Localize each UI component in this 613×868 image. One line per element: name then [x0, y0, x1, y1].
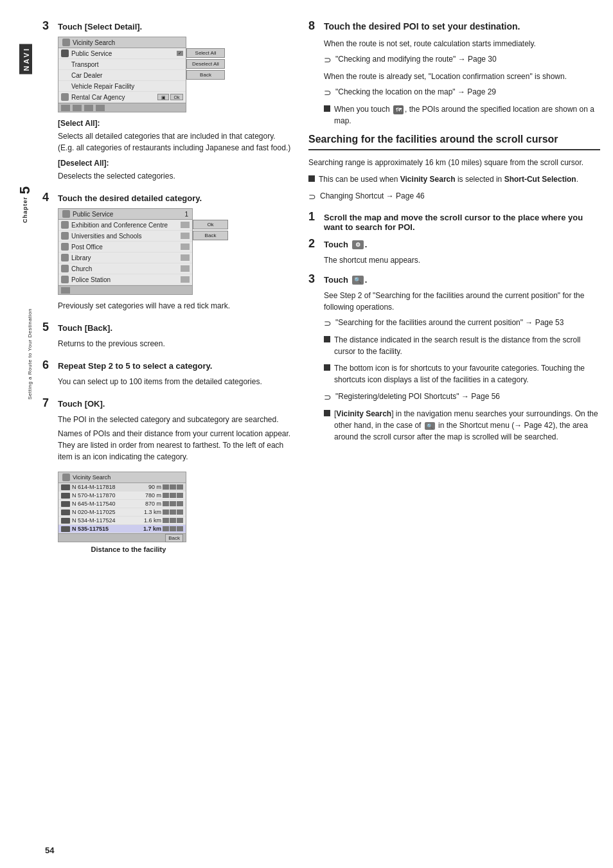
- deselect-all-desc: Deselects the selected categories.: [58, 172, 175, 181]
- step4-number: 4: [42, 191, 54, 204]
- step7-col-a-2: [163, 493, 169, 498]
- step8-bullet-sq-1: [324, 105, 330, 112]
- ok-btn-4[interactable]: Ok: [193, 220, 228, 229]
- right-step3-bullet3-text: [Vicinity Search] in the navigation menu…: [334, 408, 600, 443]
- step7-row-2: N 570-M-117870 780 m: [58, 492, 186, 500]
- right-step1-number: 1: [308, 210, 320, 224]
- section-heading: Searching for the facilities around the …: [308, 133, 600, 150]
- right-step3-bullet1: The distance indicated in the search res…: [324, 334, 600, 357]
- step5-title: Touch [Back].: [58, 323, 112, 333]
- map-icon: 🗺: [393, 105, 404, 114]
- step7-col-c-2: [177, 493, 183, 498]
- deselect-all-btn[interactable]: Deselect All: [186, 59, 225, 69]
- step4-tb-1: [61, 287, 70, 294]
- step4-row-action-3: [181, 244, 190, 250]
- step7-title: Touch [OK].: [58, 399, 105, 409]
- step4-row-3: Post Office: [58, 242, 192, 252]
- step8-desc2: When the route is already set, "Location…: [324, 71, 600, 82]
- step8-arrow2: ⊃ "Checking the location on the map" → P…: [324, 86, 600, 100]
- select-all-btn[interactable]: Select All: [186, 48, 225, 58]
- right-step3-arrow2: ⊃ "Registering/deleting POI Shortcuts" →…: [324, 391, 600, 404]
- step4-row-icon-5: [61, 265, 69, 272]
- step4-heading: 4 Touch the desired detailed category.: [42, 191, 293, 204]
- step4-toolbar: [58, 285, 192, 294]
- step4-buttons: Ok Back: [193, 220, 228, 240]
- right-step3-heading: 3 Touch 🔍.: [308, 272, 600, 286]
- step3-buttons: Select All Deselect All Back: [186, 48, 225, 80]
- step7-row-icon-6: [61, 526, 70, 532]
- step7-col-b-3: [170, 501, 176, 506]
- right-step2-content: The shortcut menu appears.: [324, 254, 600, 266]
- step7-col-c-5: [177, 518, 183, 523]
- chapter-label: Chapter: [22, 197, 28, 223]
- step7-row-1: N 614-M-117818 90 m: [58, 483, 186, 492]
- step4-row-icon-6: [61, 276, 69, 283]
- step6-heading: 6 Repeat Step 2 to 5 to select a categor…: [42, 359, 293, 372]
- step5-heading: 5 Touch [Back].: [42, 321, 293, 334]
- step4-row-4: Library: [58, 252, 192, 263]
- step4-row-icon-1: [61, 221, 69, 229]
- step4-row-action-1: [181, 222, 190, 228]
- screenshot-label: Distance to the facility: [58, 545, 199, 553]
- step4-row-action-4: [181, 254, 190, 261]
- step7-heading: 7 Touch [OK].: [42, 396, 293, 410]
- right-step3-number: 3: [308, 272, 320, 286]
- step7-content: The POI in the selected category and sub…: [58, 414, 293, 463]
- step4-row-icon-4: [61, 254, 69, 261]
- right-step3-bullet2-text: The bottom icon is for shortcuts to your…: [334, 362, 600, 385]
- step5-number: 5: [42, 321, 54, 334]
- step3-title: Touch [Select Detail].: [58, 22, 142, 31]
- page-number: 54: [45, 846, 54, 855]
- step8-heading: 8 Touch the desired POI to set your dest…: [308, 19, 600, 33]
- step8-desc1: When the route is not set, route calcula…: [324, 38, 600, 49]
- step5-content: Returns to the previous screen.: [58, 338, 293, 350]
- back-btn-3[interactable]: Back: [186, 70, 225, 80]
- back-btn-7[interactable]: Back: [165, 534, 183, 542]
- right-step3-arrow1-text: "Searching for the facilities around the…: [335, 317, 564, 330]
- step4-screen-icon: [62, 210, 70, 218]
- step6-number: 6: [42, 359, 54, 372]
- screen-row-2: Transport: [58, 59, 186, 70]
- right-step3-sq-2: [324, 364, 330, 371]
- step7-row-3: N 645-M-117540 870 m: [58, 500, 186, 508]
- step7-desc2: Names of POIs and their distance from yo…: [58, 428, 293, 463]
- right-step3-sq-3: [324, 410, 330, 416]
- step7-row-icon-4: [61, 509, 70, 515]
- step4-title: Touch the desired detailed category.: [58, 193, 202, 203]
- screen-icon: [62, 39, 70, 46]
- step3-heading: 3 Touch [Select Detail].: [42, 19, 293, 33]
- step7-col-c-6: [177, 526, 183, 531]
- step7-col-b-6: [170, 526, 176, 531]
- step7-col-c-1: [177, 484, 183, 490]
- row-icon-1: [61, 49, 69, 57]
- step7-row-5: N 534-M-117524 1.6 km: [58, 517, 186, 525]
- right-arrow1: ⊃ Changing Shortcut → Page 46: [308, 190, 600, 204]
- step7-col-a-5: [163, 518, 169, 523]
- right-step1-title: Scroll the map and move the scroll curso…: [324, 213, 600, 232]
- row-spacer-2: [61, 60, 69, 68]
- step4-row-action-5: [181, 265, 190, 272]
- step4-row-icon-3: [61, 243, 69, 251]
- step7-desc1: The POI in the selected category and sub…: [58, 414, 293, 425]
- step7-col-a-1: [163, 484, 169, 490]
- select-all-label: [Select All]:: [58, 118, 293, 129]
- tb-icon-4: [96, 105, 105, 111]
- step6-content: You can select up to 100 items from the …: [58, 376, 293, 387]
- right-step2-number: 2: [308, 237, 320, 251]
- row-check-1: ✓: [177, 51, 183, 56]
- step7-row-icon-5: [61, 518, 70, 524]
- right-step3-arrow1: ⊃ "Searching for the facilities around t…: [324, 317, 600, 330]
- row-icon-5: [61, 93, 69, 101]
- vicinity-icon: 🔍: [352, 276, 364, 285]
- back-btn-4[interactable]: Back: [193, 231, 228, 240]
- right-step3-arrow2-text: "Registering/deleting POI Shortcuts" → P…: [335, 391, 500, 404]
- right-step3-bullet2: The bottom icon is for shortcuts to your…: [324, 362, 600, 385]
- step7-col-c-4: [177, 509, 183, 515]
- right-step2-title: Touch ⚙.: [324, 240, 367, 250]
- step8-arrow2-text: "Checking the location on the map" → Pag…: [335, 86, 496, 100]
- step7-col-b-5: [170, 518, 176, 523]
- step4-row-action-2: [181, 233, 190, 239]
- step8-number: 8: [308, 19, 320, 33]
- step4-content: Previously set categories will have a re…: [58, 300, 293, 312]
- right-arrow1-text: Changing Shortcut → Page 46: [320, 190, 425, 204]
